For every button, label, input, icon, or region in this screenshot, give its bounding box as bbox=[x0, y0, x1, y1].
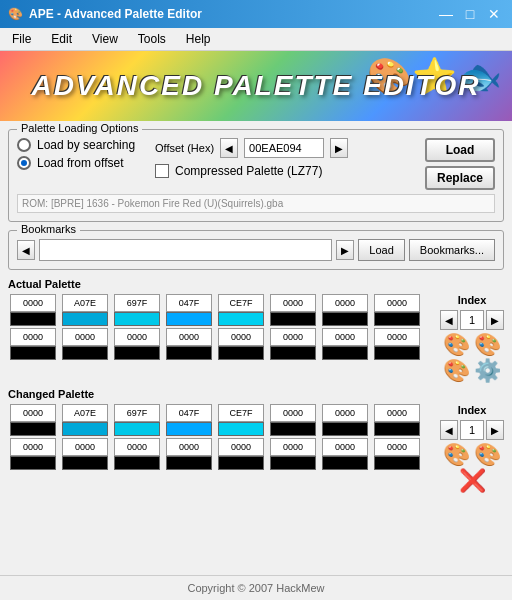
offset-prev-btn[interactable]: ◀ bbox=[220, 138, 238, 158]
actual-input-1-0[interactable] bbox=[10, 328, 56, 346]
actual-input-1-1[interactable] bbox=[62, 328, 108, 346]
changed-swatch-0-1[interactable] bbox=[62, 422, 108, 436]
changed-swatch-1-2[interactable] bbox=[114, 456, 160, 470]
actual-swatch-1-4[interactable] bbox=[218, 346, 264, 360]
actual-index-next-btn[interactable]: ▶ bbox=[486, 310, 504, 330]
actual-input-1-4[interactable] bbox=[218, 328, 264, 346]
offset-input[interactable] bbox=[244, 138, 324, 158]
actual-input-0-1[interactable] bbox=[62, 294, 108, 312]
changed-swatch-0-3[interactable] bbox=[166, 422, 212, 436]
changed-palette-icon-3[interactable]: ❌ bbox=[459, 470, 486, 492]
changed-swatch-1-5[interactable] bbox=[270, 456, 316, 470]
actual-palette-icon-4[interactable]: ⚙️ bbox=[474, 360, 501, 382]
changed-input-1-1[interactable] bbox=[62, 438, 108, 456]
changed-swatch-1-4[interactable] bbox=[218, 456, 264, 470]
changed-input-0-0[interactable] bbox=[10, 404, 56, 422]
actual-swatch-1-7[interactable] bbox=[374, 346, 420, 360]
changed-cell-1-4 bbox=[216, 438, 266, 470]
actual-swatch-0-1[interactable] bbox=[62, 312, 108, 326]
actual-input-0-0[interactable] bbox=[10, 294, 56, 312]
actual-palette-icon-3[interactable]: 🎨 bbox=[443, 360, 470, 382]
changed-input-1-2[interactable] bbox=[114, 438, 160, 456]
actual-swatch-0-7[interactable] bbox=[374, 312, 420, 326]
actual-palette-icon-2[interactable]: 🎨 bbox=[474, 334, 501, 356]
changed-input-1-7[interactable] bbox=[374, 438, 420, 456]
radio-load-searching[interactable]: Load by searching bbox=[17, 138, 147, 152]
actual-swatch-0-6[interactable] bbox=[322, 312, 368, 326]
changed-input-0-1[interactable] bbox=[62, 404, 108, 422]
actual-swatch-1-1[interactable] bbox=[62, 346, 108, 360]
changed-swatch-1-1[interactable] bbox=[62, 456, 108, 470]
changed-input-0-5[interactable] bbox=[270, 404, 316, 422]
actual-swatch-0-3[interactable] bbox=[166, 312, 212, 326]
actual-input-0-4[interactable] bbox=[218, 294, 264, 312]
changed-input-0-3[interactable] bbox=[166, 404, 212, 422]
changed-swatch-0-4[interactable] bbox=[218, 422, 264, 436]
radio-btn-searching[interactable] bbox=[17, 138, 31, 152]
actual-swatch-1-3[interactable] bbox=[166, 346, 212, 360]
bookmarks-manage-btn[interactable]: Bookmarks... bbox=[409, 239, 495, 261]
compressed-checkbox[interactable] bbox=[155, 164, 169, 178]
changed-swatch-0-5[interactable] bbox=[270, 422, 316, 436]
actual-swatch-0-0[interactable] bbox=[10, 312, 56, 326]
actual-swatch-0-5[interactable] bbox=[270, 312, 316, 326]
menu-edit[interactable]: Edit bbox=[43, 30, 80, 48]
changed-input-0-7[interactable] bbox=[374, 404, 420, 422]
changed-swatch-1-3[interactable] bbox=[166, 456, 212, 470]
changed-input-1-6[interactable] bbox=[322, 438, 368, 456]
actual-input-0-2[interactable] bbox=[114, 294, 160, 312]
changed-input-1-5[interactable] bbox=[270, 438, 316, 456]
menu-file[interactable]: File bbox=[4, 30, 39, 48]
actual-input-1-3[interactable] bbox=[166, 328, 212, 346]
actual-swatch-1-5[interactable] bbox=[270, 346, 316, 360]
actual-swatch-0-4[interactable] bbox=[218, 312, 264, 326]
changed-swatch-1-6[interactable] bbox=[322, 456, 368, 470]
actual-swatch-1-2[interactable] bbox=[114, 346, 160, 360]
changed-swatch-0-7[interactable] bbox=[374, 422, 420, 436]
minimize-button[interactable]: — bbox=[436, 4, 456, 24]
actual-input-1-7[interactable] bbox=[374, 328, 420, 346]
actual-input-0-5[interactable] bbox=[270, 294, 316, 312]
changed-index-label: Index bbox=[458, 404, 487, 416]
close-button[interactable]: ✕ bbox=[484, 4, 504, 24]
bookmark-next-btn[interactable]: ▶ bbox=[336, 240, 354, 260]
changed-index-next-btn[interactable]: ▶ bbox=[486, 420, 504, 440]
changed-swatch-0-2[interactable] bbox=[114, 422, 160, 436]
bookmark-prev-btn[interactable]: ◀ bbox=[17, 240, 35, 260]
changed-input-0-6[interactable] bbox=[322, 404, 368, 422]
changed-swatch-0-6[interactable] bbox=[322, 422, 368, 436]
menu-help[interactable]: Help bbox=[178, 30, 219, 48]
offset-next-btn[interactable]: ▶ bbox=[330, 138, 348, 158]
actual-input-0-7[interactable] bbox=[374, 294, 420, 312]
changed-swatch-1-0[interactable] bbox=[10, 456, 56, 470]
bookmarks-input[interactable] bbox=[39, 239, 332, 261]
actual-palette-icon-1[interactable]: 🎨 bbox=[443, 334, 470, 356]
changed-index-prev-btn[interactable]: ◀ bbox=[440, 420, 458, 440]
menu-view[interactable]: View bbox=[84, 30, 126, 48]
actual-input-1-2[interactable] bbox=[114, 328, 160, 346]
actual-input-1-5[interactable] bbox=[270, 328, 316, 346]
actual-input-1-6[interactable] bbox=[322, 328, 368, 346]
actual-swatch-1-6[interactable] bbox=[322, 346, 368, 360]
load-button[interactable]: Load bbox=[425, 138, 495, 162]
bookmarks-load-btn[interactable]: Load bbox=[358, 239, 404, 261]
changed-palette-icon-1[interactable]: 🎨 bbox=[443, 444, 470, 466]
actual-input-0-3[interactable] bbox=[166, 294, 212, 312]
maximize-button[interactable]: □ bbox=[460, 4, 480, 24]
menu-tools[interactable]: Tools bbox=[130, 30, 174, 48]
actual-swatch-0-2[interactable] bbox=[114, 312, 160, 326]
changed-input-0-2[interactable] bbox=[114, 404, 160, 422]
actual-input-0-6[interactable] bbox=[322, 294, 368, 312]
changed-input-1-3[interactable] bbox=[166, 438, 212, 456]
actual-index-prev-btn[interactable]: ◀ bbox=[440, 310, 458, 330]
changed-palette-icon-2[interactable]: 🎨 bbox=[474, 444, 501, 466]
changed-input-1-0[interactable] bbox=[10, 438, 56, 456]
changed-swatch-0-0[interactable] bbox=[10, 422, 56, 436]
replace-button[interactable]: Replace bbox=[425, 166, 495, 190]
changed-input-0-4[interactable] bbox=[218, 404, 264, 422]
changed-swatch-1-7[interactable] bbox=[374, 456, 420, 470]
actual-swatch-1-0[interactable] bbox=[10, 346, 56, 360]
changed-input-1-4[interactable] bbox=[218, 438, 264, 456]
radio-btn-offset[interactable] bbox=[17, 156, 31, 170]
radio-load-offset[interactable]: Load from offset bbox=[17, 156, 147, 170]
